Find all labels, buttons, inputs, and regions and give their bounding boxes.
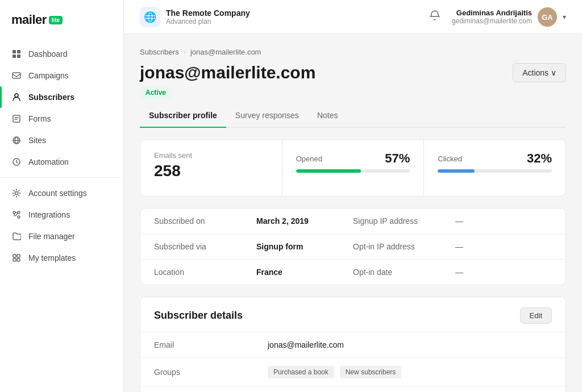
sidebar-item-dashboard[interactable]: Dashboard (0, 43, 123, 65)
breadcrumb-current: jonas@mailerlite.com (190, 48, 261, 56)
optin-ip-value: — (455, 242, 552, 251)
company-info: The Remote Company Advanced plan (166, 9, 250, 26)
sidebar-item-label: File manager (28, 232, 75, 241)
email-value: jonas@mailerlite.com (268, 340, 552, 349)
logo-badge: lite (49, 16, 63, 24)
my-templates-icon (11, 253, 22, 263)
user-info[interactable]: Gediminas Andrijaitis gediminas@mailerli… (452, 7, 566, 27)
page-header: jonas@mailerlite.com Active Actions ∨ (140, 63, 566, 98)
detail-row-email: Email jonas@mailerlite.com (140, 332, 566, 358)
details-header: Subscriber details Edit (140, 297, 566, 332)
clicked-label: Clicked (438, 155, 462, 163)
optin-ip-label: Opt-in IP address (353, 242, 455, 251)
sidebar-item-label: Subscribers (28, 93, 74, 102)
sidebar-item-label: Integrations (28, 210, 70, 219)
svg-point-5 (15, 94, 18, 97)
breadcrumb: Subscribers › jonas@mailerlite.com (140, 48, 566, 56)
notification-button[interactable] (427, 7, 443, 26)
sidebar: mailer lite Dashboard Campaigns Subscrib… (0, 0, 124, 392)
campaigns-icon (11, 70, 22, 81)
user-email: gediminas@mailerlite.com (452, 17, 532, 25)
emails-sent-value: 258 (154, 162, 268, 180)
tab-notes[interactable]: Notes (308, 105, 347, 128)
subscribed-on-label: Subscribed on (154, 216, 256, 226)
clicked-row: Clicked 32% (438, 151, 552, 166)
integrations-icon (11, 210, 22, 220)
info-row-subscribed-via: Subscribed via Signup form Opt-in IP add… (140, 234, 566, 260)
actions-button[interactable]: Actions ∨ (513, 63, 566, 82)
stat-emails-sent: Emails sent 258 (140, 140, 282, 196)
dashboard-icon (11, 49, 22, 59)
svg-rect-14 (13, 258, 16, 261)
sidebar-item-label: Automation (28, 157, 69, 166)
sidebar-item-automation[interactable]: Automation (0, 151, 123, 173)
optin-date-value: — (455, 268, 552, 277)
file-manager-icon (11, 231, 22, 241)
sidebar-item-file-manager[interactable]: File manager (0, 226, 123, 247)
emails-sent-label: Emails sent (154, 151, 268, 160)
subscribed-via-value: Signup form (256, 242, 353, 251)
status-badge: Active (140, 87, 172, 98)
tag-purchased-book: Purchased a book (268, 366, 334, 378)
sidebar-item-label: Sites (28, 136, 46, 145)
svg-rect-4 (13, 73, 20, 78)
tab-subscriber-profile[interactable]: Subscriber profile (140, 105, 226, 128)
signup-ip-label: Signup IP address (353, 216, 455, 226)
optin-date-label: Opt-in date (353, 268, 455, 277)
svg-rect-0 (13, 50, 16, 53)
svg-rect-1 (17, 50, 20, 53)
sidebar-item-subscribers[interactable]: Subscribers (0, 86, 123, 108)
tabs: Subscriber profile Survey responses Note… (140, 105, 566, 128)
sidebar-item-my-templates[interactable]: My templates (0, 247, 123, 269)
sidebar-item-label: My templates (28, 253, 76, 262)
info-row-location: Location France Opt-in date — (140, 260, 566, 285)
svg-point-10 (18, 216, 20, 218)
sidebar-item-label: Forms (28, 114, 51, 123)
sidebar-item-sites[interactable]: Sites (0, 130, 123, 151)
sidebar-divider (0, 177, 123, 178)
main-content: 🌐 The Remote Company Advanced plan Gedim… (124, 0, 582, 392)
sidebar-item-forms[interactable]: Forms (0, 108, 123, 130)
automation-icon (11, 157, 22, 167)
email-label: Email (154, 340, 268, 349)
opened-progress-bar (296, 169, 361, 173)
sidebar-item-label: Campaigns (28, 71, 69, 80)
company-name: The Remote Company (166, 9, 250, 18)
subscribers-icon (11, 92, 22, 102)
sites-icon (11, 135, 22, 145)
detail-row-name: Name Jonas (140, 387, 566, 392)
opened-label: Opened (296, 155, 322, 163)
groups-label: Groups (154, 368, 268, 377)
details-title: Subscriber details (154, 310, 243, 322)
sidebar-item-campaigns[interactable]: Campaigns (0, 65, 123, 86)
tab-survey-responses[interactable]: Survey responses (226, 105, 308, 128)
header: 🌐 The Remote Company Advanced plan Gedim… (124, 0, 582, 34)
logo-text: mailer (11, 12, 47, 27)
sidebar-item-account-settings[interactable]: Account settings (0, 182, 123, 204)
subscribed-on-value: March 2, 2019 (256, 216, 353, 226)
company-icon: 🌐 (140, 7, 160, 27)
clicked-progress-bar (438, 169, 474, 173)
sidebar-nav: Dashboard Campaigns Subscribers Forms Si… (0, 41, 123, 392)
svg-rect-15 (17, 258, 20, 261)
svg-rect-6 (13, 115, 20, 122)
svg-rect-12 (13, 255, 16, 257)
location-value: France (256, 268, 353, 277)
sidebar-item-label: Dashboard (28, 49, 68, 59)
chevron-down-icon: ▾ (563, 13, 566, 21)
clicked-progress-container (438, 169, 552, 173)
sidebar-item-label: Account settings (28, 189, 87, 198)
subscriber-details-card: Subscriber details Edit Email jonas@mail… (140, 297, 566, 392)
svg-rect-2 (13, 55, 16, 58)
content-area: Subscribers › jonas@mailerlite.com jonas… (124, 34, 582, 392)
opened-progress-container (296, 169, 410, 173)
signup-ip-value: — (455, 216, 552, 226)
account-settings-icon (11, 188, 22, 198)
page-header-left: jonas@mailerlite.com Active (140, 63, 315, 98)
edit-button[interactable]: Edit (520, 307, 552, 324)
header-right: Gediminas Andrijaitis gediminas@mailerli… (427, 7, 566, 27)
breadcrumb-parent[interactable]: Subscribers (140, 48, 179, 56)
forms-icon (11, 114, 22, 124)
groups-tags: Purchased a book New subscribers (268, 366, 552, 378)
sidebar-item-integrations[interactable]: Integrations (0, 204, 123, 226)
